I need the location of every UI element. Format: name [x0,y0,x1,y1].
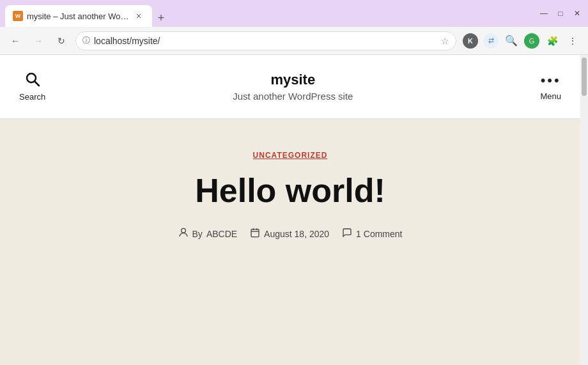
bookmark-icon[interactable]: ☆ [441,36,449,46]
more-options-button[interactable]: ⋮ [564,32,582,50]
comment-icon [342,228,352,240]
site-title: mysite [233,72,353,88]
forward-button[interactable]: → [29,32,47,50]
green-avatar: G [524,33,539,49]
maximize-button[interactable]: □ [555,8,566,19]
site-tagline: Just another WordPress site [233,91,353,102]
back-button[interactable]: ← [6,32,24,50]
tab-area: W mysite – Just another WordPress: × + [5,0,536,27]
page-content: Search mysite Just another WordPress sit… [0,55,588,365]
new-tab-button[interactable]: + [152,9,170,27]
comments-text[interactable]: 1 Comment [356,229,402,239]
post-title: Hello world! [195,171,385,210]
navigation-bar: ← → ↻ ⓘ localhost/mysite/ ☆ K ⇄ 🔍 G 🧩 ⋮ [0,27,588,55]
menu-button[interactable]: ••• Menu [540,72,561,101]
post-category[interactable]: UNCATEGORIZED [253,151,328,160]
close-button[interactable]: ✕ [571,8,583,19]
reload-button[interactable]: ↻ [52,32,70,50]
author-prefix: By [192,229,203,239]
extensions-icon: 🧩 [547,36,558,46]
page-body: Search mysite Just another WordPress sit… [0,55,580,365]
window-controls: — □ ✕ [538,8,583,19]
scrollbar[interactable] [580,55,588,365]
search-button[interactable]: Search [19,72,45,102]
url-text: localhost/mysite/ [94,36,437,46]
search-extension-icon[interactable]: 🔍 [502,32,520,50]
tab-close-button[interactable]: × [133,10,144,22]
post-author: By ABCDE [178,228,238,240]
author-name[interactable]: ABCDE [206,229,237,239]
post-meta: By ABCDE August 18, 2020 [178,228,403,240]
svg-point-2 [181,228,185,233]
tab-title: mysite – Just another WordPress: [27,12,129,21]
svg-line-1 [35,82,39,86]
active-tab[interactable]: W mysite – Just another WordPress: × [5,5,152,27]
address-bar[interactable]: ⓘ localhost/mysite/ ☆ [75,31,456,50]
site-header: Search mysite Just another WordPress sit… [0,55,580,119]
menu-label: Menu [540,91,561,101]
minimize-button[interactable]: — [538,8,550,19]
profile-k-avatar: K [463,33,478,49]
puzzle-icon[interactable]: 🧩 [543,32,561,50]
search-label: Search [19,92,45,102]
post-date-text: August 18, 2020 [264,229,329,239]
profile-k-icon[interactable]: K [461,32,479,50]
tab-favicon: W [13,11,23,21]
menu-dots-icon: ••• [541,72,561,89]
browser-window: W mysite – Just another WordPress: × + —… [0,0,588,365]
title-bar: W mysite – Just another WordPress: × + —… [0,0,588,27]
post-date: August 18, 2020 [250,228,329,240]
author-icon [178,228,189,240]
scroll-thumb[interactable] [582,58,587,96]
green-profile-icon[interactable]: G [523,32,541,50]
site-main: UNCATEGORIZED Hello world! By ABCDE [0,119,580,365]
browser-extensions: K ⇄ 🔍 G 🧩 ⋮ [461,32,582,50]
post-comments: 1 Comment [342,228,402,240]
site-branding: mysite Just another WordPress site [233,72,353,102]
sync-avatar: ⇄ [483,33,499,49]
search-icon [25,72,40,89]
calendar-icon [250,228,260,240]
magnify-icon: 🔍 [505,35,518,47]
sync-icon[interactable]: ⇄ [482,32,500,50]
lock-icon: ⓘ [82,35,90,46]
svg-rect-3 [251,229,259,237]
